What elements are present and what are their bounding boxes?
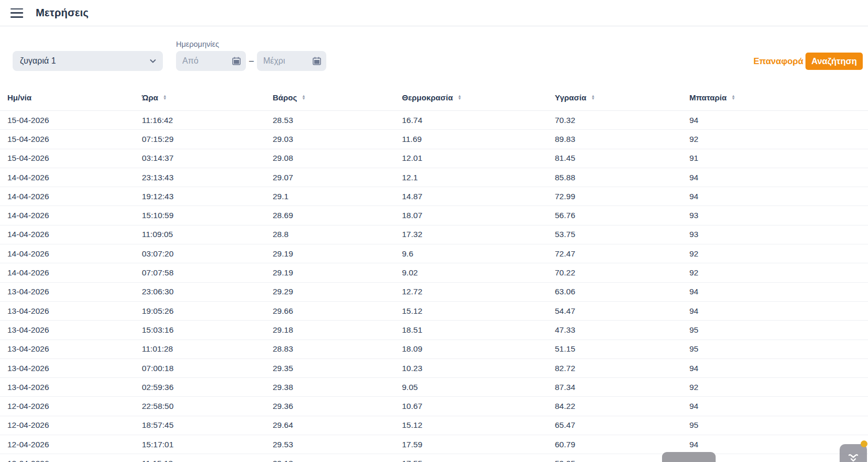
column-header-temperature[interactable]: Θερμοκρασία▲▼ [402, 93, 555, 102]
humidity-cell: 56.76 [555, 211, 689, 220]
battery-cell: 92 [689, 135, 868, 144]
time-cell: 22:58:50 [142, 402, 273, 411]
weight-cell: 29.38 [273, 383, 402, 392]
weight-cell: 28.83 [273, 344, 402, 354]
weight-cell: 28.69 [273, 211, 402, 220]
weight-cell: 29.08 [273, 153, 402, 163]
battery-cell: 92 [689, 249, 868, 259]
time-cell: 18:57:45 [142, 420, 273, 430]
battery-cell: 92 [689, 268, 868, 278]
date-cell: 14-04-2026 [7, 192, 142, 201]
column-header-battery[interactable]: Μπαταρία▲▼ [689, 93, 868, 102]
weight-cell: 29.64 [273, 420, 402, 430]
date-cell: 15-04-2026 [7, 116, 142, 125]
search-button[interactable]: Αναζήτηση [805, 53, 863, 70]
humidity-cell: 70.22 [555, 268, 689, 278]
humidity-cell: 72.99 [555, 192, 689, 201]
temperature-cell: 10.23 [402, 364, 555, 373]
humidity-cell: 70.32 [555, 116, 689, 125]
table-row: 12-04-202611:15:1829.1817.5559.0595 [0, 454, 868, 462]
date-cell: 13-04-2026 [7, 383, 142, 392]
menu-icon[interactable] [11, 8, 23, 18]
temperature-cell: 12.72 [402, 287, 555, 296]
column-header-weight[interactable]: Βάρος▲▼ [273, 93, 402, 102]
column-label: Θερμοκρασία [402, 93, 453, 102]
table-row: 15-04-202603:14:3729.0812.0181.4591 [0, 149, 868, 168]
weight-cell: 29.66 [273, 306, 402, 316]
temperature-cell: 9.05 [402, 383, 555, 392]
humidity-cell: 87.34 [555, 383, 689, 392]
battery-cell: 95 [689, 420, 868, 430]
temperature-cell: 17.59 [402, 440, 555, 449]
date-cell: 13-04-2026 [7, 287, 142, 296]
battery-cell: 94 [689, 306, 868, 316]
date-cell: 13-04-2026 [7, 344, 142, 354]
date-range-separator: – [249, 51, 254, 71]
temperature-cell: 11.69 [402, 135, 555, 144]
table-row: 15-04-202611:16:4228.5316.7470.3294 [0, 111, 868, 130]
date-cell: 12-04-2026 [7, 402, 142, 411]
time-cell: 11:15:18 [142, 459, 273, 462]
page-title: Μετρήσεις [36, 7, 89, 19]
temperature-cell: 15.12 [402, 306, 555, 316]
humidity-cell: 63.06 [555, 287, 689, 296]
battery-cell: 94 [689, 173, 868, 182]
battery-cell: 91 [689, 153, 868, 163]
humidity-cell: 89.83 [555, 135, 689, 144]
date-cell: 14-04-2026 [7, 230, 142, 239]
time-cell: 23:06:30 [142, 287, 273, 296]
date-cell: 14-04-2026 [7, 249, 142, 259]
time-cell: 07:00:18 [142, 364, 273, 373]
table-row: 12-04-202618:57:4529.6415.1265.4795 [0, 416, 868, 435]
calendar-icon[interactable] [312, 56, 322, 66]
battery-cell: 95 [689, 344, 868, 354]
table-row: 13-04-202619:05:2629.6615.1254.4794 [0, 302, 868, 321]
column-header-time[interactable]: Ώρα▲▼ [142, 93, 273, 102]
date-to-field [257, 51, 326, 71]
temperature-cell: 18.07 [402, 211, 555, 220]
date-cell: 13-04-2026 [7, 306, 142, 316]
humidity-cell: 81.45 [555, 153, 689, 163]
column-header-humidity[interactable]: Υγρασία▲▼ [555, 93, 689, 102]
humidity-cell: 65.47 [555, 420, 689, 430]
weight-cell: 29.29 [273, 287, 402, 296]
date-cell: 15-04-2026 [7, 153, 142, 163]
time-cell: 23:13:43 [142, 173, 273, 182]
date-cell: 14-04-2026 [7, 173, 142, 182]
sort-arrows-icon: ▲▼ [302, 95, 305, 100]
calendar-icon[interactable] [232, 56, 241, 66]
column-label: Βάρος [273, 93, 297, 102]
sort-arrows-icon: ▲▼ [731, 95, 735, 100]
humidity-cell: 54.47 [555, 306, 689, 316]
reset-button[interactable]: Επαναφορά [753, 51, 803, 71]
time-cell: 11:09:05 [142, 230, 273, 239]
time-cell: 11:01:28 [142, 344, 273, 354]
humidity-cell: 72.47 [555, 249, 689, 259]
humidity-cell: 82.72 [555, 364, 689, 373]
bottom-gray-pill[interactable] [662, 452, 716, 462]
battery-cell: 95 [689, 325, 868, 335]
column-label: Υγρασία [555, 93, 586, 102]
date-cell: 12-04-2026 [7, 459, 142, 462]
battery-cell: 94 [689, 364, 868, 373]
table-row: 13-04-202623:06:3029.2912.7263.0694 [0, 283, 868, 302]
time-cell: 11:16:42 [142, 116, 273, 125]
table-row: 14-04-202607:07:5829.199.0270.2292 [0, 263, 868, 282]
date-cell: 14-04-2026 [7, 211, 142, 220]
temperature-cell: 15.12 [402, 420, 555, 430]
filter-bar: Ημερομηνίες ζυγαριά 1 – [0, 26, 868, 84]
table-row: 13-04-202615:03:1629.1818.5147.3395 [0, 321, 868, 340]
table-row: 12-04-202615:17:0129.5317.5960.7994 [0, 435, 868, 454]
scale-select[interactable]: ζυγαριά 1 [13, 51, 163, 71]
weight-cell: 29.19 [273, 249, 402, 259]
temperature-cell: 9.6 [402, 249, 555, 259]
measurements-table: Ημ/νίαΏρα▲▼Βάρος▲▼Θερμοκρασία▲▼Υγρασία▲▼… [0, 84, 868, 462]
dates-label: Ημερομηνίες [176, 40, 219, 48]
weight-cell: 29.19 [273, 268, 402, 278]
date-cell: 13-04-2026 [7, 364, 142, 373]
time-cell: 07:15:29 [142, 135, 273, 144]
scroll-down-button[interactable] [840, 444, 867, 462]
weight-cell: 29.03 [273, 135, 402, 144]
sort-arrows-icon: ▲▼ [458, 95, 461, 100]
topbar: Μετρήσεις [0, 0, 868, 26]
